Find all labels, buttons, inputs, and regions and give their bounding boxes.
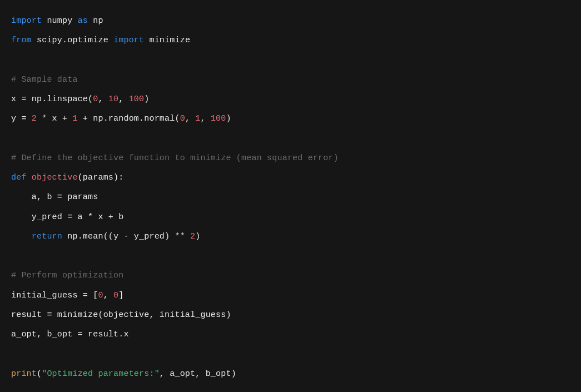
code-text	[11, 232, 32, 241]
number: 100	[211, 114, 226, 123]
code-line: a, b = params	[11, 192, 98, 202]
code-line: result = minimize(objective, initial_gue…	[11, 310, 231, 320]
code-text: )	[226, 114, 231, 123]
code-text: ,	[200, 114, 210, 123]
comment: # Sample data	[11, 75, 78, 85]
string: "Optimized parameters:"	[42, 369, 160, 379]
code-text: ,	[118, 95, 128, 104]
code-line: # Perform optimization	[11, 271, 123, 280]
code-text: initial_guess = [	[11, 291, 98, 300]
code-text: ,	[103, 291, 113, 300]
keyword-from: from	[11, 36, 32, 45]
code-text: )	[195, 232, 200, 241]
code-text: numpy	[42, 16, 77, 26]
number: 100	[129, 95, 145, 104]
code-line: import numpy as np	[11, 16, 103, 26]
number: 0	[113, 291, 118, 300]
code-text: x = np.linspace(	[11, 95, 93, 104]
code-line: y = 2 * x + 1 + np.random.normal(0, 1, 1…	[11, 114, 231, 123]
code-line: return np.mean((y - y_pred) ** 2)	[11, 232, 200, 241]
code-text: result = minimize(objective, initial_gue…	[11, 310, 231, 320]
code-text: * x +	[37, 114, 72, 123]
code-line: def objective(params):	[11, 173, 123, 182]
code-line: x = np.linspace(0, 10, 100)	[11, 95, 149, 104]
code-line: y_pred = a * x + b	[11, 212, 123, 222]
code-line: from scipy.optimize import minimize	[11, 36, 190, 45]
code-text: ,	[98, 95, 108, 104]
code-text: scipy.optimize	[32, 36, 113, 45]
number: 2	[32, 114, 37, 123]
code-text: np.mean((y - y_pred) **	[62, 232, 190, 241]
code-text: (params):	[78, 173, 124, 182]
keyword-import: import	[113, 36, 144, 45]
number: 2	[190, 232, 195, 241]
code-text: ,	[185, 114, 195, 123]
keyword-def: def	[11, 173, 27, 182]
code-text: minimize	[144, 36, 190, 45]
code-text: a_opt, b_opt = result.x	[11, 330, 129, 339]
code-text	[27, 173, 32, 182]
number: 0	[98, 291, 103, 300]
keyword-import: import	[11, 16, 42, 26]
number: 1	[72, 114, 77, 123]
code-line: # Define the objective function to minim…	[11, 153, 339, 163]
code-text: y =	[11, 114, 32, 123]
code-text: (	[37, 369, 42, 379]
function-name: objective	[32, 173, 78, 182]
comment: # Perform optimization	[11, 271, 123, 280]
code-line: initial_guess = [0, 0]	[11, 291, 123, 300]
code-text: , a_opt, b_opt)	[160, 369, 236, 379]
code-line: print("Optimized parameters:", a_opt, b_…	[11, 369, 236, 379]
number: 10	[108, 95, 118, 104]
code-text: np	[88, 16, 103, 26]
comment: # Define the objective function to minim…	[11, 153, 339, 163]
keyword-as: as	[78, 16, 88, 26]
builtin-print: print	[11, 369, 37, 379]
number: 0	[180, 114, 185, 123]
code-text: a, b = params	[11, 192, 98, 202]
code-text: y_pred = a * x + b	[11, 212, 123, 222]
keyword-return: return	[32, 232, 62, 241]
code-text: ]	[118, 291, 123, 300]
code-block: import numpy as np from scipy.optimize i…	[11, 11, 570, 384]
code-line: # Sample data	[11, 75, 78, 85]
code-text: )	[144, 95, 149, 104]
code-line: a_opt, b_opt = result.x	[11, 330, 129, 339]
code-text: + np.random.normal(	[78, 114, 180, 123]
